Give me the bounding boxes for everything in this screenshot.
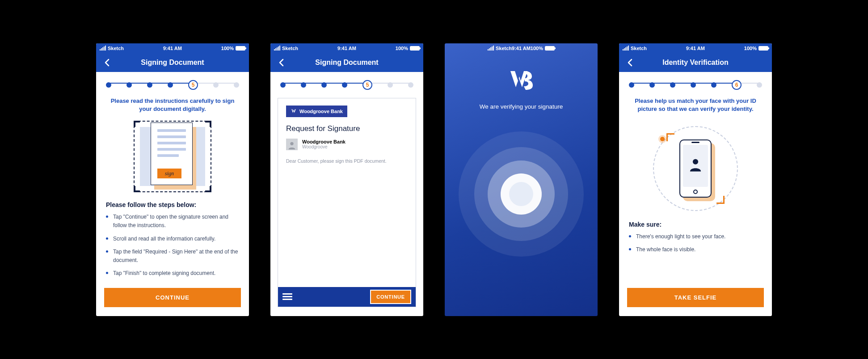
svg-point-1 [693,159,698,165]
recording-dot-icon [660,137,665,141]
step-dot-4 [168,82,173,88]
step-dot-6 [388,82,393,88]
request-title: Request for Signature [286,124,408,133]
step-dot-1 [280,82,286,88]
step-dot-5-current: 5 [188,80,198,90]
step-item: Scroll and read all the information care… [113,233,239,243]
app-header: Signing Document [96,53,249,72]
step-dot-2 [126,82,132,88]
requester-sub: Woodgroove [302,144,346,149]
step-item: Tap the field "Required - Sign Here" at … [113,246,239,265]
screen-identity-verification: Sketch 9:41 AM 100% Identity Verificatio… [619,43,772,316]
bank-logo-badge: Woodgroove Bank [286,106,347,117]
battery-label: 100% [531,46,543,51]
carrier-label: Sketch [282,46,298,51]
document-illustration: sign [96,118,249,195]
carrier-label: Sketch [496,46,512,51]
requester-name: Woodgroove Bank [302,139,346,144]
step-dot-7 [408,82,413,88]
step-dot-4 [691,82,696,88]
step-dot-5 [711,82,716,88]
battery-icon [758,46,768,51]
battery-icon [410,46,420,51]
avatar-icon [286,139,298,150]
steps-list: There's enough light to see your face. T… [619,231,772,257]
step-item: Tap "Continue" to open the signature scr… [113,211,239,230]
battery-label: 100% [221,46,234,51]
loading-ripple-icon [459,131,584,257]
progress-stepper: 5 [270,72,423,93]
status-bar: Sketch 9:41 AM 100% [96,43,249,53]
clock: 9:41 AM [163,46,182,51]
selfie-illustration [619,118,772,215]
step-dot-3 [147,82,152,88]
embedded-document: Woodgroove Bank Request for Signature Wo… [278,98,416,307]
status-bar: Sketch 9:41 AM 100% [270,43,423,53]
continue-button[interactable]: CONTINUE [104,288,241,307]
step-dot-4 [342,82,347,88]
frame-corner-icon [666,133,674,141]
requester-row: Woodgroove Bank Woodgroove [286,139,408,150]
signal-icon [274,46,280,51]
step-dot-1 [629,82,634,88]
document-toolbar: CONTINUE [278,287,416,307]
battery-label: 100% [744,46,757,51]
clock: 9:41 AM [512,46,531,51]
progress-stepper: 5 [96,72,249,93]
status-bar: Sketch 9:41 AM 100% [484,43,558,53]
steps-heading: Please follow the steps below: [96,195,249,211]
phone-icon [679,139,712,198]
document-message: Dear Customer, please sign this PDF docu… [286,158,408,164]
step-dot-6-current: 6 [732,80,742,90]
step-item: Tap "Finish" to complete signing documen… [113,267,239,278]
paper-icon: sign [151,122,193,185]
page-title: Signing Document [270,59,423,67]
page-title: Identity Verification [619,59,772,67]
step-dot-3 [321,82,327,88]
svg-point-0 [290,142,293,145]
step-item: There's enough light to see your face. [636,231,762,241]
carrier-label: Sketch [108,46,124,51]
signal-icon [488,46,494,51]
page-title: Signing Document [96,59,249,67]
menu-button[interactable] [282,292,292,301]
progress-stepper: 6 [619,72,772,93]
carrier-label: Sketch [631,46,647,51]
signal-icon [100,46,106,51]
person-icon [689,157,702,174]
verifying-message: We are verifying your signature [480,103,563,110]
screen-verifying: Sketch 9:41 AM 100% We are verifying you… [445,43,598,316]
instruction-text: Please help us match your face with your… [619,93,772,118]
step-dot-2 [301,82,306,88]
step-dot-6 [213,82,219,88]
instruction-text: Please read the instructions carefully t… [96,93,249,118]
sign-tag: sign [157,169,181,178]
battery-icon [236,46,245,51]
step-item: The whole face is visible. [636,244,762,254]
signal-icon [623,46,629,51]
step-dot-1 [106,82,111,88]
step-dot-3 [670,82,675,88]
step-dot-5-current: 5 [362,80,372,90]
continue-button[interactable]: CONTINUE [370,290,411,304]
steps-list: Tap "Continue" to open the signature scr… [96,211,249,280]
screen-signature-request: Sketch 9:41 AM 100% Signing Document 5 W… [270,43,423,316]
take-selfie-button[interactable]: TAKE SELFIE [627,288,764,307]
bank-name: Woodgroove Bank [299,109,343,114]
step-dot-7 [757,82,762,88]
steps-heading: Make sure: [619,215,772,231]
battery-icon [545,46,555,51]
step-dot-7 [234,82,239,88]
status-bar: Sketch 9:41 AM 100% [619,43,772,53]
clock: 9:41 AM [686,46,705,51]
brand-logo-icon [509,69,534,93]
screen-signing-instructions: Sketch 9:41 AM 100% Signing Document 5 P… [96,43,249,316]
document-body[interactable]: Woodgroove Bank Request for Signature Wo… [278,98,416,287]
step-dot-2 [649,82,655,88]
app-header: Signing Document [270,53,423,72]
app-header: Identity Verification [619,53,772,72]
clock: 9:41 AM [337,46,356,51]
frame-corner-icon [716,196,725,204]
bank-logo-icon [291,108,297,114]
battery-label: 100% [396,46,408,51]
